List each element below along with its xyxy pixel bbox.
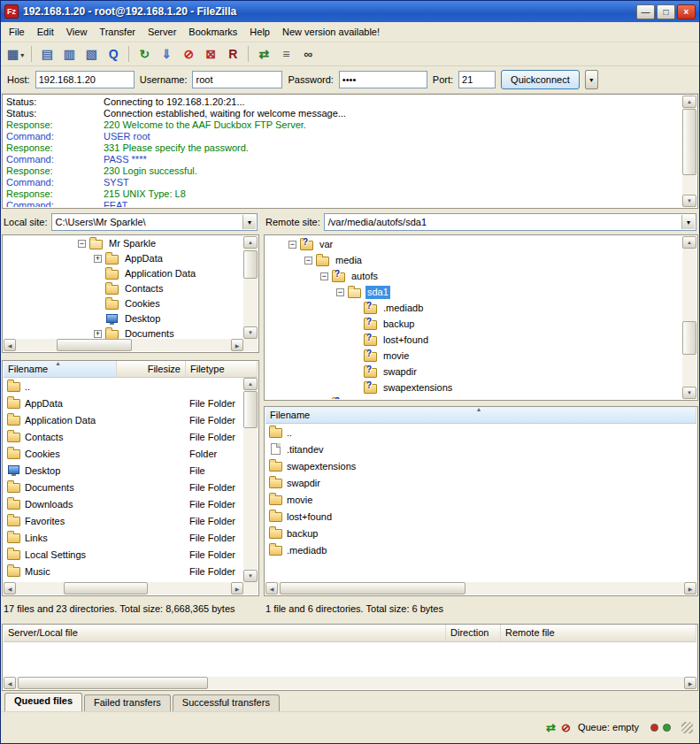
tab-failed-transfers[interactable]: Failed transfers <box>84 694 171 711</box>
scroll-thumb[interactable] <box>682 109 696 175</box>
column-header-direction[interactable]: Direction <box>446 625 501 641</box>
local-list-vertical-scrollbar[interactable] <box>243 378 258 582</box>
scroll-thumb[interactable] <box>18 677 208 689</box>
tree-item-mediadb[interactable]: .mediadb <box>265 300 682 316</box>
speed-limit-icon[interactable]: ⊘ <box>561 721 571 734</box>
remote-list-horizontal-scrollbar[interactable] <box>265 582 696 594</box>
disconnect-icon[interactable]: ⊠ <box>200 44 221 65</box>
scroll-down-button[interactable] <box>243 570 258 582</box>
process-queue-icon[interactable]: ⇓ <box>156 44 177 65</box>
quickconnect-button[interactable]: Quickconnect <box>501 70 580 89</box>
scroll-up-button[interactable] <box>682 236 696 249</box>
username-input[interactable] <box>192 71 282 88</box>
minimize-button[interactable]: — <box>636 4 655 19</box>
tree-expander-icon[interactable] <box>320 272 328 280</box>
local-file-row-links[interactable]: LinksFile Folder <box>4 529 243 546</box>
synchronized-browsing-icon[interactable]: ⇄ <box>253 44 274 65</box>
scroll-right-button[interactable] <box>231 339 243 351</box>
directory-comparison-icon[interactable]: ≡ <box>275 44 296 65</box>
remote-file-row-lost-found[interactable]: lost+found <box>265 508 696 525</box>
local-file-row-favorites[interactable]: FavoritesFile Folder <box>4 512 243 529</box>
local-file-row-appdata[interactable]: AppDataFile Folder <box>4 395 243 411</box>
local-list-horizontal-scrollbar[interactable] <box>4 582 243 594</box>
remote-file-row-item[interactable]: .. <box>265 424 696 441</box>
tree-item-backup[interactable]: backup <box>265 316 682 332</box>
combo-dropdown-icon[interactable] <box>242 215 256 229</box>
toggle-remote-tree-icon[interactable]: ▧ <box>81 44 102 65</box>
column-header-server-local-file[interactable]: Server/Local file <box>4 625 446 641</box>
find-files-icon[interactable]: ∞ <box>297 44 319 65</box>
scroll-down-button[interactable] <box>682 195 696 207</box>
refresh-icon[interactable]: ↻ <box>134 44 155 65</box>
remote-file-row-movie[interactable]: movie <box>265 491 696 508</box>
queue-horizontal-scrollbar[interactable] <box>4 677 696 689</box>
tree-expander-icon[interactable] <box>304 257 312 265</box>
scroll-up-button[interactable] <box>243 378 258 390</box>
tree-expander-icon[interactable] <box>94 330 102 338</box>
scroll-right-button[interactable] <box>684 677 696 689</box>
scroll-thumb[interactable] <box>682 321 696 355</box>
tree-expander-icon[interactable] <box>78 240 86 248</box>
scroll-thumb[interactable] <box>243 391 258 428</box>
toggle-local-tree-icon[interactable]: ▥ <box>58 44 80 65</box>
title-bar[interactable]: Fz 192.168.1.20 - root@192.168.1.20 - Fi… <box>1 1 699 22</box>
tree-item-swapextensions[interactable]: swapextensions <box>265 380 682 395</box>
reconnect-icon[interactable]: R <box>222 44 243 65</box>
tree-item-appdata[interactable]: AppData <box>4 251 243 266</box>
scroll-left-button[interactable] <box>4 339 16 351</box>
remote-file-row-swapextensions[interactable]: swapextensions <box>265 457 696 474</box>
local-tree-horizontal-scrollbar[interactable] <box>4 339 243 351</box>
local-tree-vertical-scrollbar[interactable] <box>243 236 258 339</box>
menu-item-view[interactable]: View <box>60 24 94 40</box>
toolbar-dropdown-arrow-icon[interactable] <box>19 49 24 59</box>
tree-item-contacts[interactable]: Contacts <box>4 281 243 296</box>
remote-file-row-backup[interactable]: backup <box>265 525 696 541</box>
log-vertical-scrollbar[interactable] <box>682 96 696 207</box>
column-header-filetype[interactable]: Filetype <box>186 361 258 377</box>
tree-item-cookies[interactable]: Cookies <box>4 296 243 311</box>
menu-item-edit[interactable]: Edit <box>31 24 60 40</box>
tree-expander-icon[interactable] <box>94 255 102 263</box>
tree-expander-icon[interactable] <box>336 288 344 296</box>
local-file-row-application-data[interactable]: Application DataFile Folder <box>4 411 243 428</box>
password-input[interactable] <box>339 71 427 88</box>
menu-item-transfer[interactable]: Transfer <box>93 24 142 40</box>
tree-item-var[interactable]: var <box>265 236 682 252</box>
local-file-row-downloads[interactable]: DownloadsFile Folder <box>4 495 243 512</box>
scroll-thumb[interactable] <box>243 250 258 279</box>
column-header-filename[interactable]: Filename <box>4 361 117 377</box>
tree-item-autofs[interactable]: autofs <box>265 268 682 284</box>
tree-item-lost-found[interactable]: lost+found <box>265 332 682 348</box>
port-input[interactable] <box>458 71 496 88</box>
scroll-thumb[interactable] <box>280 582 465 594</box>
local-site-combo[interactable]: C:\Users\Mr Sparkle\ <box>51 213 258 231</box>
local-file-row-local-settings[interactable]: Local SettingsFile Folder <box>4 546 243 563</box>
column-header-filesize[interactable]: Filesize <box>117 361 186 377</box>
local-file-row-desktop[interactable]: DesktopFile <box>4 462 243 479</box>
remote-file-row-mediadb[interactable]: .mediadb <box>265 541 696 558</box>
toggle-message-log-icon[interactable]: ▤ <box>36 44 58 65</box>
tree-item-documents[interactable]: Documents <box>4 326 243 339</box>
scroll-right-button[interactable] <box>684 582 696 594</box>
tree-item-desktop[interactable]: Desktop <box>4 311 243 326</box>
scroll-left-button[interactable] <box>4 582 16 594</box>
tree-expander-icon[interactable] <box>288 241 296 249</box>
maximize-button[interactable]: □ <box>657 4 675 19</box>
tree-item-mr-sparkle[interactable]: Mr Sparkle <box>4 236 243 251</box>
tree-item-dvd[interactable]: dvd <box>265 395 682 399</box>
quickconnect-dropdown-button[interactable] <box>585 70 598 89</box>
tab-queued-files[interactable]: Queued files <box>4 693 82 711</box>
host-input[interactable] <box>35 71 135 88</box>
menu-item-server[interactable]: Server <box>142 24 182 40</box>
menu-item-new-version-available[interactable]: New version available! <box>276 24 386 40</box>
cancel-icon[interactable]: ⊘ <box>178 44 199 65</box>
local-file-row-contacts[interactable]: ContactsFile Folder <box>4 428 243 445</box>
scroll-right-button[interactable] <box>231 582 243 594</box>
combo-dropdown-icon[interactable] <box>681 215 695 229</box>
tree-item-media[interactable]: media <box>265 252 682 268</box>
scroll-down-button[interactable] <box>243 326 258 339</box>
transfer-activity-icon[interactable]: ⇄ <box>546 721 556 734</box>
scroll-thumb[interactable] <box>64 582 148 594</box>
scroll-left-button[interactable] <box>4 677 16 689</box>
tree-item-movie[interactable]: movie <box>265 348 682 364</box>
